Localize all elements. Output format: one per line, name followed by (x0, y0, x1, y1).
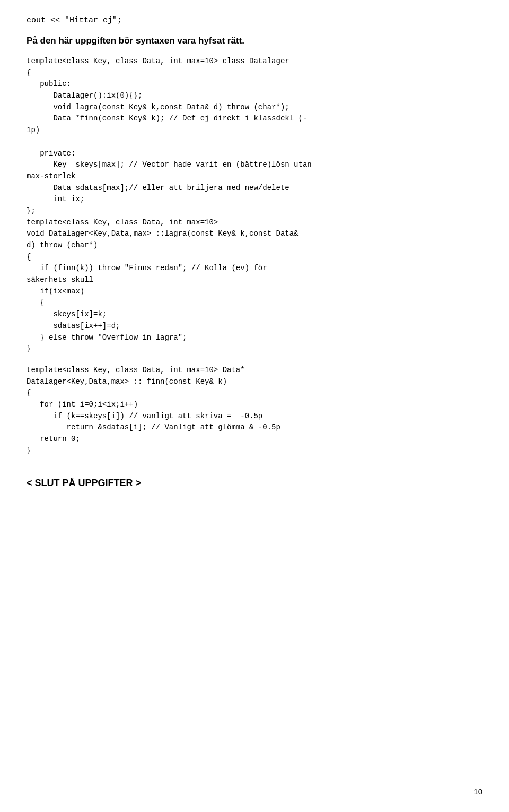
code-block-2: template<class Key, class Data, int max=… (27, 365, 482, 457)
end-label: < SLUT PÅ UPPGIFTER > (27, 478, 482, 489)
code-block-1: template<class Key, class Data, int max=… (27, 56, 482, 355)
intro-line1: cout << "Hittar ej"; (27, 16, 482, 25)
page-content: cout << "Hittar ej"; På den här uppgifte… (27, 16, 482, 489)
page-number: 10 (473, 787, 482, 796)
section-heading: På den här uppgiften bör syntaxen vara h… (27, 36, 482, 46)
